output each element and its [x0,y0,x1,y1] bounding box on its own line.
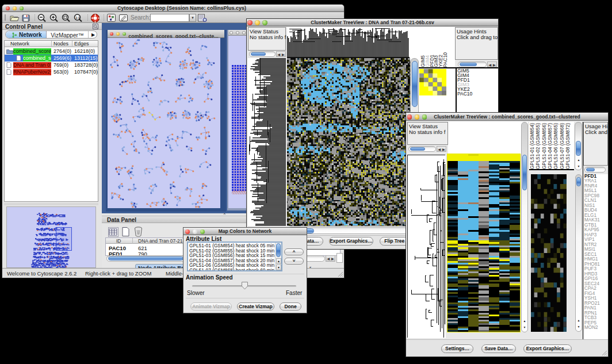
svg-text:1:1: 1:1 [75,16,80,20]
